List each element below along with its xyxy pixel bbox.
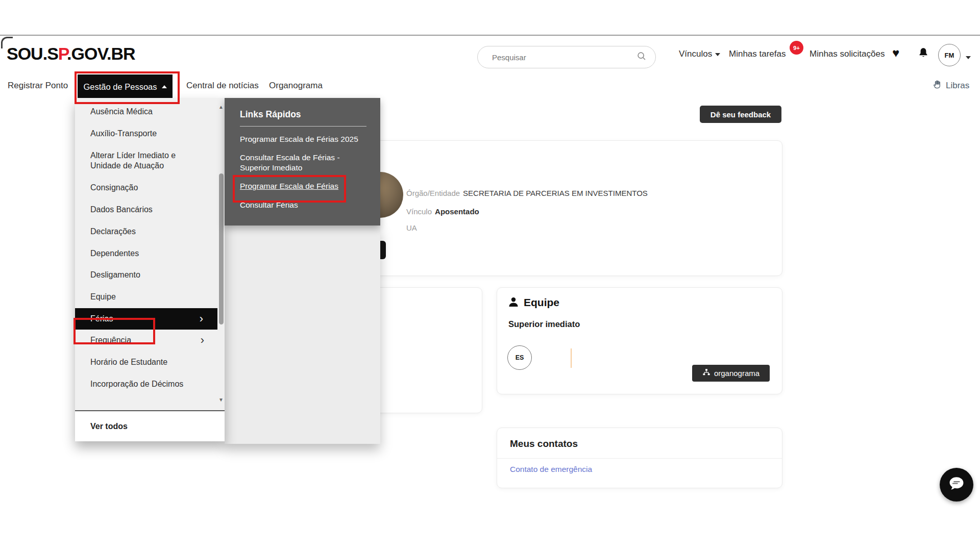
favorites-heart-icon[interactable]: ♥ [892,47,899,59]
menu-item-ausencia-medica[interactable]: Ausência Médica [75,101,225,123]
contatos-title: Meus contatos [510,438,578,449]
chevron-right-icon: › [201,335,204,346]
equipe-card: Equipe Superior imediato ES organograma [497,287,782,394]
quick-links-panel: Links Rápidos Programar Escala de Férias… [225,98,380,226]
top-strip [0,0,980,36]
page: SOU.SP.GOV.BR Vínculos Minhas tarefas 9+… [0,0,980,551]
site-logo[interactable]: SOU.SP.GOV.BR [7,44,135,64]
organograma-label: organograma [714,369,760,378]
quick-links-title: Links Rápidos [240,109,301,120]
chat-bubble-icon [947,474,966,495]
avatar-chevron-down-icon[interactable] [966,53,971,62]
flyout-panel-lower [225,226,380,444]
minhas-tarefas-link[interactable]: Minhas tarefas [729,49,786,59]
menu-item-equipe[interactable]: Equipe [75,286,225,308]
menu-item-ferias[interactable]: Férias› [75,308,217,330]
link-programar-escala[interactable]: Programar Escala de Férias [240,181,368,191]
hand-icon [933,79,943,92]
link-consultar-ferias[interactable]: Consultar Férias [240,200,368,210]
menu-item-dados-bancarios[interactable]: Dados Bancários [75,199,225,221]
redacted-name-mark [571,348,572,368]
equipe-title: Equipe [524,296,559,309]
menu-item-alterar-lider[interactable]: Alterar Líder Imediato e Unidade de Atua… [75,145,225,178]
sitemap-icon [702,368,710,378]
frequencia-label: Frequência [90,336,131,344]
nav-central-de-noticias[interactable]: Central de notícias [186,81,259,91]
divider [240,126,366,127]
scroll-down-icon[interactable]: ▼ [218,397,224,403]
orgao-value: SECRETARIA DE PARCERIAS EM INVESTIMENTOS [463,189,648,197]
profile-orgao-row: Órgão/EntidadeSECRETARIA DE PARCERIAS EM… [406,189,648,198]
libras-button[interactable]: Libras [933,79,969,92]
contato-emergencia-link[interactable]: Contato de emergência [510,465,592,474]
nav-organograma[interactable]: Organograma [269,81,323,91]
libras-label: Libras [946,81,969,91]
vinculos-label: Vínculos [679,49,712,59]
link-consultar-escala-superior[interactable]: Consultar Escala de Férias - Superior Im… [240,153,368,173]
scrollbar-thumb[interactable] [219,173,224,324]
nav-registrar-ponto[interactable]: Registrar Ponto [8,81,68,91]
gestao-pessoas-menu: Ausência Médica Auxílio-Transporte Alter… [75,98,225,441]
link-programar-escala-2025[interactable]: Programar Escala de Férias 2025 [240,134,368,144]
feedback-button[interactable]: Dê seu feedback [700,106,781,123]
superior-avatar[interactable]: ES [507,345,532,370]
ua-label: UA [406,223,417,232]
chevron-right-icon: › [200,313,203,324]
vinculo-value: Aposentado [435,207,479,216]
menu-item-incorporacao-decimos[interactable]: Incorporação de Décimos [75,373,225,395]
menu-list: Ausência Médica Auxílio-Transporte Alter… [75,101,225,395]
vinculos-menu[interactable]: Vínculos [679,49,720,59]
user-avatar[interactable]: FM [938,44,961,66]
menu-item-horario-estudante[interactable]: Horário de Estudante [75,352,225,373]
menu-scrollbar[interactable]: ▲ ▼ [217,98,225,410]
search-icon[interactable] [636,51,647,64]
ver-todos-button[interactable]: Ver todos [75,411,225,441]
menu-item-declaracoes[interactable]: Declarações [75,221,225,243]
notifications-bell-icon[interactable] [917,46,930,62]
nav-gestao-label: Gestão de Pessoas [83,82,157,92]
profile-ua-row: UA [406,223,417,233]
scroll-up-icon[interactable]: ▲ [218,104,224,110]
menu-item-dependentes[interactable]: Dependentes [75,243,225,265]
superior-imediato-label: Superior imediato [508,319,580,329]
logo-p: P [58,44,67,63]
logo-suffix: .GOV.BR [67,44,135,63]
menu-item-frequencia[interactable]: Frequência› [75,330,225,352]
menu-item-auxilio-transporte[interactable]: Auxílio-Transporte [75,123,225,145]
logo-text: SOU. [7,44,47,63]
meus-contatos-card: Meus contatos Contato de emergência [497,428,782,488]
tarefas-count-badge: 9+ [790,41,803,55]
hidden-card [369,287,482,413]
search-bar[interactable] [477,46,656,68]
nav-gestao-de-pessoas[interactable]: Gestão de Pessoas [78,74,173,99]
organograma-button[interactable]: organograma [692,365,770,382]
menu-item-consignacao[interactable]: Consignação [75,177,225,199]
orgao-label: Órgão/Entidade [406,189,460,197]
ferias-label: Férias [90,314,113,323]
logo-s: S [47,44,58,63]
vinculo-label: Vínculo [406,207,432,216]
divider [497,458,782,459]
search-input[interactable] [491,53,636,62]
chat-button[interactable] [940,468,973,502]
menu-item-desligamento[interactable]: Desligamento [75,264,225,286]
profile-vinculo-row: VínculoAposentado [406,207,479,216]
person-icon [507,296,520,310]
minhas-solicitacoes-link[interactable]: Minhas solicitações [810,49,885,59]
chevron-down-icon [715,53,720,56]
chevron-up-icon [162,85,167,88]
